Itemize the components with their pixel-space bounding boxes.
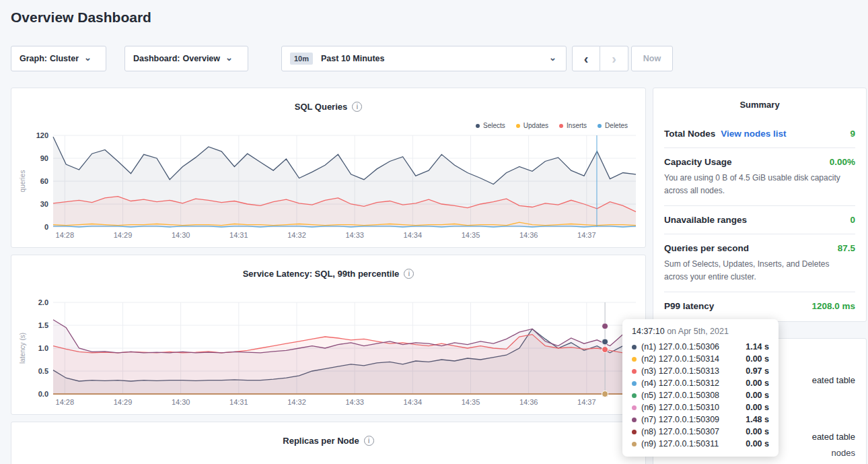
series-dot-icon (632, 369, 637, 374)
tooltip-row: (n1) 127.0.0.1:503061.14 s (632, 341, 769, 353)
svg-text:14:29: 14:29 (114, 398, 133, 406)
service-latency-chart[interactable]: 0.00.51.01.52.014:2814:2914:3014:3114:32… (17, 297, 640, 409)
unavailable-ranges-value: 0 (850, 215, 855, 225)
legend-dot-icon (476, 124, 480, 128)
legend-item-deletes[interactable]: Deletes (598, 122, 628, 129)
chevron-down-icon: ⌄ (225, 53, 233, 62)
svg-text:14:32: 14:32 (287, 398, 306, 406)
chart-tooltip: 14:37:10 on Apr 5th, 2021 (n1) 127.0.0.1… (622, 319, 779, 457)
legend-dot-icon (516, 124, 520, 128)
time-range-label: Past 10 Minutes (321, 54, 384, 63)
svg-text:14:30: 14:30 (172, 398, 190, 406)
dashboard-dropdown-label: Dashboard: (133, 54, 180, 63)
svg-text:1.0: 1.0 (38, 344, 48, 352)
series-dot-icon (632, 418, 637, 422)
svg-text:14:36: 14:36 (519, 398, 538, 406)
sql-queries-title: SQL Queries (295, 102, 348, 112)
svg-text:14:32: 14:32 (287, 231, 306, 239)
tooltip-row: (n2) 127.0.0.1:503140.00 s (632, 353, 769, 365)
legend-label: Deletes (605, 122, 628, 129)
tooltip-row: (n6) 127.0.0.1:503100.00 s (632, 401, 769, 413)
svg-text:14:35: 14:35 (462, 398, 480, 406)
capacity-usage-row: Capacity Usage 0.00% You are using 0 B o… (664, 147, 855, 205)
svg-text:14:35: 14:35 (462, 231, 480, 239)
tooltip-row: (n7) 127.0.0.1:503091.48 s (632, 413, 769, 426)
prev-time-button[interactable]: ‹ (572, 46, 600, 71)
tooltip-node-value: 0.00 s (746, 354, 769, 364)
series-dot-icon (632, 430, 637, 434)
svg-text:queries: queries (19, 170, 26, 193)
legend-item-updates[interactable]: Updates (516, 122, 548, 129)
info-icon[interactable]: i (364, 436, 374, 446)
overview-dashboard-page: Overview Dashboard Graph: Cluster ⌄ Dash… (0, 0, 868, 464)
info-icon[interactable]: i (352, 102, 362, 112)
tooltip-node-value: 0.00 s (746, 427, 769, 436)
legend-item-selects[interactable]: Selects (476, 122, 505, 129)
svg-text:14:28: 14:28 (56, 398, 75, 406)
queries-per-second-label: Queries per second (664, 243, 749, 253)
now-button[interactable]: Now (631, 46, 673, 71)
sql-queries-chart[interactable]: 030609012014:2814:2914:3014:3114:3214:33… (17, 130, 640, 242)
tooltip-node-value: 0.97 s (746, 366, 769, 376)
service-latency-panel: Service Latency: SQL, 99th percentile i … (11, 255, 646, 415)
total-nodes-row: Total Nodes View nodes list 9 (664, 120, 855, 147)
svg-text:30: 30 (40, 200, 48, 208)
svg-text:14:33: 14:33 (345, 398, 364, 406)
view-nodes-link[interactable]: View nodes list (721, 129, 786, 139)
sql-queries-panel: SQL Queries i SelectsUpdatesInsertsDelet… (11, 88, 646, 248)
next-time-button[interactable]: › (600, 46, 628, 71)
svg-text:14:34: 14:34 (404, 398, 423, 406)
tooltip-node-label: (n7) 127.0.0.1:50309 (641, 415, 719, 424)
capacity-usage-label: Capacity Usage (664, 157, 732, 167)
series-dot-icon (632, 357, 637, 362)
svg-text:14:36: 14:36 (519, 231, 538, 239)
chevron-down-icon: ⌄ (549, 53, 556, 62)
tooltip-row: (n9) 127.0.0.1:503110.00 s (632, 438, 769, 450)
svg-text:14:31: 14:31 (229, 398, 248, 406)
tooltip-timestamp: 14:37:10 on Apr 5th, 2021 (632, 327, 769, 336)
time-range-picker[interactable]: 10m Past 10 Minutes ⌄ (281, 46, 567, 71)
total-nodes-value: 9 (850, 129, 855, 139)
time-nav: ‹ › (572, 46, 628, 71)
tooltip-node-label: (n9) 127.0.0.1:50311 (641, 439, 719, 449)
chevron-left-icon: ‹ (584, 51, 589, 67)
tooltip-date: on Apr 5th, 2021 (665, 327, 729, 336)
tooltip-row: (n4) 127.0.0.1:503120.00 s (632, 377, 769, 389)
capacity-usage-value: 0.00% (830, 157, 855, 167)
svg-text:2.0: 2.0 (38, 298, 48, 306)
tooltip-node-value: 0.00 s (746, 391, 769, 400)
replicas-header: Replicas per Node i (11, 436, 645, 446)
p99-latency-row: P99 latency 1208.0 ms (664, 292, 855, 320)
unavailable-ranges-row: Unavailable ranges 0 (664, 205, 855, 234)
svg-text:14:28: 14:28 (56, 231, 75, 239)
tooltip-node-label: (n3) 127.0.0.1:50313 (641, 366, 719, 376)
service-latency-header: Service Latency: SQL, 99th percentile i (11, 269, 645, 279)
legend-label: Inserts (567, 122, 587, 129)
series-dot-icon (632, 442, 637, 446)
legend-dot-icon (598, 124, 602, 128)
dashboard-dropdown[interactable]: Dashboard: Overview ⌄ (124, 46, 248, 71)
tooltip-node-value: 1.48 s (746, 415, 769, 424)
tooltip-node-value: 0.00 s (746, 378, 769, 388)
p99-latency-label: P99 latency (664, 301, 714, 311)
tooltip-rows: (n1) 127.0.0.1:503061.14 s(n2) 127.0.0.1… (632, 341, 769, 450)
capacity-usage-subtext: You are using 0 B of 4.5 GiB usable disk… (664, 172, 855, 197)
tooltip-row: (n3) 127.0.0.1:503130.97 s (632, 365, 769, 377)
tooltip-node-value: 1.14 s (746, 342, 769, 352)
event-text-fragment: eated table (812, 375, 855, 385)
svg-text:14:37: 14:37 (577, 231, 596, 239)
info-icon[interactable]: i (404, 269, 414, 279)
graph-dropdown[interactable]: Graph: Cluster ⌄ (11, 46, 106, 71)
legend-item-inserts[interactable]: Inserts (559, 122, 587, 129)
series-dot-icon (632, 381, 637, 386)
tooltip-row: (n8) 127.0.0.1:503070.00 s (632, 426, 769, 438)
event-text-fragment: nodes (832, 448, 855, 458)
total-nodes-label: Total Nodes (664, 129, 715, 139)
legend-dot-icon (559, 124, 563, 128)
svg-text:90: 90 (40, 154, 48, 162)
tooltip-node-label: (n6) 127.0.0.1:50310 (641, 403, 719, 412)
series-dot-icon (632, 393, 637, 398)
svg-text:0: 0 (44, 223, 48, 231)
tooltip-node-label: (n5) 127.0.0.1:50308 (641, 391, 719, 400)
legend-label: Updates (523, 122, 548, 129)
